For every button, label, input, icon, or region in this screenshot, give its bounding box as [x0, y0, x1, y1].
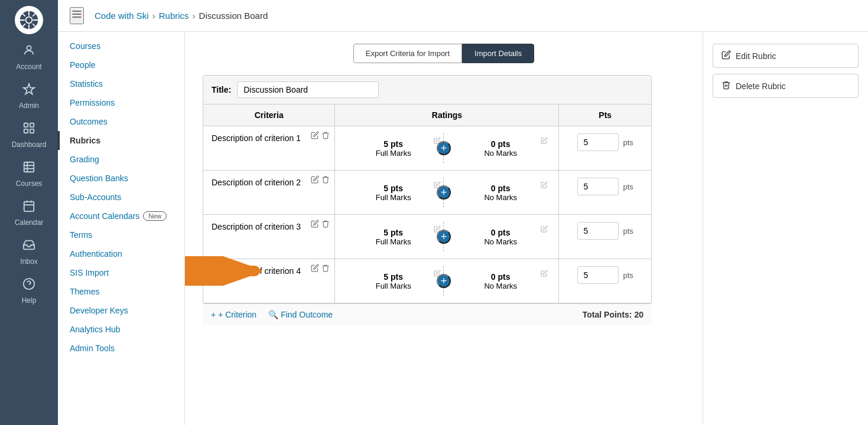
svg-rect-12: [30, 123, 34, 127]
calendar-icon: [22, 200, 35, 216]
edit-criteria-btn-0[interactable]: [311, 131, 319, 141]
ratings-cell-2: 5 pts Full Marks + 0 pts No Marks: [335, 215, 559, 259]
menu-item-statistics[interactable]: Statistics: [58, 74, 184, 93]
nav-item-account[interactable]: Account: [0, 38, 58, 77]
edit-rubric-button[interactable]: Edit Rubric: [713, 44, 859, 68]
delete-criteria-btn-2[interactable]: [321, 220, 330, 230]
rating-pts-0-0: 5 pts: [348, 139, 438, 149]
footer-left: + + Criterion 🔍 Find Outcome: [211, 310, 333, 319]
app-logo: [15, 6, 43, 34]
ratings-cell-0: 5 pts Full Marks + 0 pts No Marks: [335, 126, 559, 171]
add-rating-btn-0[interactable]: +: [437, 141, 451, 155]
edit-rating-icon-3-1[interactable]: [541, 270, 548, 279]
menu-item-authentication[interactable]: Authentication: [58, 244, 184, 263]
rating-divider-3: +: [443, 266, 451, 296]
svg-rect-15: [24, 162, 34, 172]
rating-divider-0: +: [443, 133, 451, 163]
breadcrumb-sep-2: ›: [193, 11, 196, 21]
rating-block-none-3: 0 pts No Marks: [451, 270, 551, 293]
rubric-table: Criteria Ratings Pts Description of crit…: [203, 104, 651, 303]
add-rating-btn-2[interactable]: +: [437, 230, 451, 244]
delete-rubric-button[interactable]: Delete Rubric: [713, 74, 859, 98]
pts-cell-0: pts: [559, 126, 651, 171]
table-row: Description of criterion 2 5 pts Full Ma…: [203, 171, 651, 215]
menu-item-admin-tools[interactable]: Admin Tools: [58, 339, 184, 358]
rating-label-0-1: No Marks: [456, 149, 546, 158]
menu-item-sis-import[interactable]: SIS Import: [58, 263, 184, 282]
edit-rating-icon-2-1[interactable]: [541, 225, 548, 234]
export-criteria-button[interactable]: Export Criteria for Import: [353, 44, 462, 63]
pts-unit-2: pts: [623, 227, 633, 236]
nav-item-calendar[interactable]: Calendar: [0, 194, 58, 233]
menu-item-terms[interactable]: Terms: [58, 225, 184, 244]
edit-criteria-btn-2[interactable]: [311, 220, 319, 230]
criteria-cell-1: Description of criterion 2: [203, 171, 335, 215]
trash-icon: [721, 80, 731, 91]
menu-item-account-calendars[interactable]: Account Calendars New: [58, 207, 184, 225]
rating-pts-2-1: 0 pts: [456, 228, 546, 237]
rating-label-3-1: No Marks: [456, 282, 546, 290]
menu-item-permissions[interactable]: Permissions: [58, 93, 184, 112]
pts-input-2[interactable]: [577, 222, 619, 240]
rating-pts-0-1: 0 pts: [456, 139, 546, 149]
account-icon: [22, 44, 35, 60]
menu-item-themes[interactable]: Themes: [58, 282, 184, 301]
breadcrumb-rubrics[interactable]: Rubrics: [159, 11, 189, 21]
menu-item-people[interactable]: People: [58, 55, 184, 74]
table-row: Description of criterion 1 5 pts Full Ma…: [203, 126, 651, 171]
dashboard-icon: [22, 122, 35, 138]
add-rating-btn-3[interactable]: +: [437, 274, 451, 288]
nav-item-help[interactable]: Help: [0, 272, 58, 310]
rating-pts-3-1: 0 pts: [456, 272, 546, 282]
col-header-pts: Pts: [559, 104, 651, 126]
nav-item-admin[interactable]: Admin: [0, 77, 58, 116]
hamburger-button[interactable]: [70, 7, 84, 24]
menu-item-outcomes[interactable]: Outcomes: [58, 112, 184, 131]
plus-icon: +: [211, 310, 216, 319]
rating-block-none-1: 0 pts No Marks: [451, 181, 551, 204]
pts-input-3[interactable]: [577, 266, 619, 284]
menu-item-question-banks[interactable]: Question Banks: [58, 169, 184, 188]
menu-item-analytics-hub[interactable]: Analytics Hub: [58, 320, 184, 339]
add-criterion-link[interactable]: + + Criterion: [211, 310, 256, 319]
delete-criteria-btn-0[interactable]: [321, 131, 330, 141]
menu-item-developer-keys[interactable]: Developer Keys: [58, 301, 184, 320]
nav-inbox-label: Inbox: [20, 257, 37, 266]
nav-admin-label: Admin: [19, 102, 39, 110]
pts-input-0[interactable]: [577, 133, 619, 151]
edit-criteria-btn-1[interactable]: [311, 175, 319, 185]
breadcrumb-course[interactable]: Code with Ski: [95, 11, 149, 21]
svg-rect-14: [30, 129, 34, 133]
pts-input-1[interactable]: [577, 178, 619, 195]
menu-item-grading[interactable]: Grading: [58, 150, 184, 169]
nav-courses-label: Courses: [16, 179, 43, 188]
menu-item-sub-accounts[interactable]: Sub-Accounts: [58, 188, 184, 207]
menu-item-courses[interactable]: Courses: [58, 37, 184, 55]
svg-rect-19: [24, 202, 34, 212]
nav-item-dashboard[interactable]: Dashboard: [0, 116, 58, 155]
rating-pts-1-0: 5 pts: [348, 184, 438, 193]
search-icon: 🔍: [268, 310, 278, 319]
edit-criteria-btn-3[interactable]: [311, 264, 319, 274]
add-rating-btn-1[interactable]: +: [437, 185, 451, 200]
rubric-title-input[interactable]: [237, 81, 379, 98]
criteria-cell-0: Description of criterion 1: [203, 126, 335, 171]
rating-divider-2: +: [443, 222, 451, 251]
pts-unit-0: pts: [623, 138, 633, 147]
delete-criteria-btn-1[interactable]: [321, 175, 330, 185]
menu-item-rubrics[interactable]: Rubrics: [58, 131, 184, 150]
pencil-icon: [721, 50, 731, 61]
ratings-cell-1: 5 pts Full Marks + 0 pts No Marks: [335, 171, 559, 215]
nav-help-label: Help: [22, 296, 37, 305]
nav-item-inbox[interactable]: Inbox: [0, 233, 58, 272]
delete-criteria-btn-3[interactable]: [321, 264, 330, 274]
find-outcome-link[interactable]: 🔍 Find Outcome: [268, 310, 333, 319]
edit-rating-icon-0-1[interactable]: [541, 137, 548, 146]
rating-label-0-0: Full Marks: [348, 149, 438, 158]
rating-pts-3-0: 5 pts: [348, 272, 438, 282]
edit-rating-icon-1-1[interactable]: [541, 181, 548, 190]
import-details-button[interactable]: Import Details: [462, 44, 534, 63]
help-icon: [22, 277, 35, 294]
rating-block-full-0: 5 pts Full Marks: [343, 137, 443, 160]
nav-item-courses[interactable]: Courses: [0, 155, 58, 194]
